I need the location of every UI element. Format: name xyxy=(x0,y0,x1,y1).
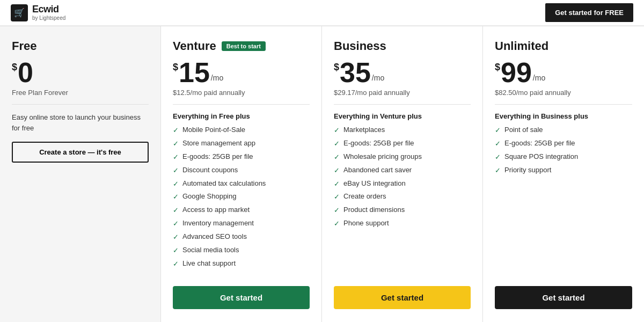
list-item: ✓Google Shopping xyxy=(173,192,310,202)
logo-sub: by Lightspeed xyxy=(32,15,65,21)
check-icon: ✓ xyxy=(173,180,179,189)
price-annual-business: $29.17/mo paid annually xyxy=(334,89,471,105)
check-icon: ✓ xyxy=(334,180,340,189)
list-item: ✓Wholesale pricing groups xyxy=(334,152,471,162)
check-icon: ✓ xyxy=(173,166,179,175)
check-icon: ✓ xyxy=(334,126,340,135)
plan-name-venture: Venture xyxy=(173,39,216,53)
list-item: ✓E-goods: 25GB per file xyxy=(173,152,310,162)
logo: 🛒 Ecwid by Lightspeed xyxy=(11,4,65,21)
feature-text: Abandoned cart saver xyxy=(343,166,412,175)
get-started-button-business[interactable]: Get started xyxy=(334,286,471,309)
price-dollar-unlimited: $ xyxy=(495,62,500,73)
list-item: ✓eBay US integration xyxy=(334,179,471,189)
feature-text: Marketplaces xyxy=(343,126,385,135)
feature-text: Product dimensions xyxy=(343,206,405,215)
price-dollar-venture: $ xyxy=(173,62,178,73)
list-item: ✓Live chat support xyxy=(173,259,310,269)
list-item: ✓Priority support xyxy=(495,166,632,175)
price-amount-free: 0 xyxy=(18,58,33,86)
list-item: ✓Store management app xyxy=(173,139,310,149)
feature-text: Google Shopping xyxy=(182,192,236,201)
list-item: ✓Create orders xyxy=(334,192,471,202)
feature-text: Store management app xyxy=(182,139,255,148)
logo-icon: 🛒 xyxy=(11,4,28,21)
feature-text: E-goods: 25GB per file xyxy=(182,152,253,162)
check-icon: ✓ xyxy=(173,260,179,269)
logo-main: Ecwid xyxy=(32,4,65,15)
feature-text: Phone support xyxy=(343,219,389,228)
feature-text: Live chat support xyxy=(182,259,236,268)
feature-text: eBay US integration xyxy=(343,179,406,188)
plan-venture: VentureBest to start$15/mo$12.5/mo paid … xyxy=(161,26,322,322)
list-item: ✓Advanced SEO tools xyxy=(173,232,310,242)
nav-cta-button[interactable]: Get started for FREE xyxy=(545,3,633,22)
navbar: 🛒 Ecwid by Lightspeed Get started for FR… xyxy=(0,0,644,26)
features-title-business: Everything in Venture plus xyxy=(334,112,471,120)
list-item: ✓Discount coupons xyxy=(173,166,310,175)
price-mo-venture: /mo xyxy=(211,74,223,82)
check-icon: ✓ xyxy=(173,233,179,242)
list-item: ✓Square POS integration xyxy=(495,152,632,162)
features-title-venture: Everything in Free plus xyxy=(173,112,310,120)
price-row-free: $0 xyxy=(12,58,149,86)
list-item: ✓Phone support xyxy=(334,219,471,229)
feature-text: Create orders xyxy=(343,192,386,201)
price-amount-unlimited: 99 xyxy=(501,58,532,86)
feature-text: Point of sale xyxy=(504,126,543,135)
list-item: ✓Point of sale xyxy=(495,126,632,135)
check-icon: ✓ xyxy=(334,166,340,175)
plan-name-unlimited: Unlimited xyxy=(495,39,548,53)
feature-text: Advanced SEO tools xyxy=(182,232,247,241)
plan-name-business: Business xyxy=(334,39,386,53)
feature-text: Access to app market xyxy=(182,206,250,215)
price-row-business: $35/mo xyxy=(334,58,471,86)
plan-unlimited: Unlimited$99/mo$82.50/mo paid annuallyEv… xyxy=(483,26,644,322)
price-annual-free: Free Plan Forever xyxy=(12,89,149,105)
feature-text: Mobile Point-of-Sale xyxy=(182,126,245,135)
price-annual-venture: $12.5/mo paid annually xyxy=(173,89,310,105)
list-item: ✓Abandoned cart saver xyxy=(334,166,471,175)
price-dollar-business: $ xyxy=(334,62,339,73)
check-icon: ✓ xyxy=(495,153,501,162)
check-icon: ✓ xyxy=(334,206,340,215)
feature-text: Square POS integration xyxy=(504,152,578,162)
list-item: ✓Access to app market xyxy=(173,206,310,215)
plan-name-free: Free xyxy=(12,39,36,53)
price-amount-business: 35 xyxy=(340,58,371,86)
plan-name-row-unlimited: Unlimited xyxy=(495,39,632,53)
price-annual-unlimited: $82.50/mo paid annually xyxy=(495,89,632,105)
features-title-unlimited: Everything in Business plus xyxy=(495,112,632,120)
logo-text: Ecwid by Lightspeed xyxy=(32,4,65,21)
price-row-venture: $15/mo xyxy=(173,58,310,86)
check-icon: ✓ xyxy=(495,166,501,175)
check-icon: ✓ xyxy=(173,206,179,215)
create-store-button[interactable]: Create a store — it's free xyxy=(12,142,149,163)
check-icon: ✓ xyxy=(173,193,179,202)
get-started-button-unlimited[interactable]: Get started xyxy=(495,286,632,309)
check-icon: ✓ xyxy=(173,246,179,255)
feature-text: Automated tax calculations xyxy=(182,179,266,188)
plan-name-row-business: Business xyxy=(334,39,471,53)
check-icon: ✓ xyxy=(495,126,501,135)
list-item: ✓Inventory management xyxy=(173,219,310,229)
feature-text: Social media tools xyxy=(182,246,239,255)
list-item: ✓Mobile Point-of-Sale xyxy=(173,126,310,135)
get-started-button-venture[interactable]: Get started xyxy=(173,286,310,309)
plan-badge-venture: Best to start xyxy=(222,41,266,51)
plan-name-row-free: Free xyxy=(12,39,149,53)
feature-list-venture: ✓Mobile Point-of-Sale✓Store management a… xyxy=(173,126,310,286)
price-amount-venture: 15 xyxy=(179,58,210,86)
plan-name-row-venture: VentureBest to start xyxy=(173,39,310,53)
list-item: ✓Social media tools xyxy=(173,246,310,255)
feature-text: E-goods: 25GB per file xyxy=(504,139,575,148)
check-icon: ✓ xyxy=(334,140,340,149)
pricing-grid: Free$0Free Plan ForeverEasy online store… xyxy=(0,26,644,322)
price-row-unlimited: $99/mo xyxy=(495,58,632,86)
check-icon: ✓ xyxy=(334,219,340,229)
check-icon: ✓ xyxy=(173,219,179,229)
price-mo-business: /mo xyxy=(372,74,384,82)
check-icon: ✓ xyxy=(173,153,179,162)
price-dollar-free: $ xyxy=(12,62,17,73)
feature-list-unlimited: ✓Point of sale✓E-goods: 25GB per file✓Sq… xyxy=(495,126,632,286)
